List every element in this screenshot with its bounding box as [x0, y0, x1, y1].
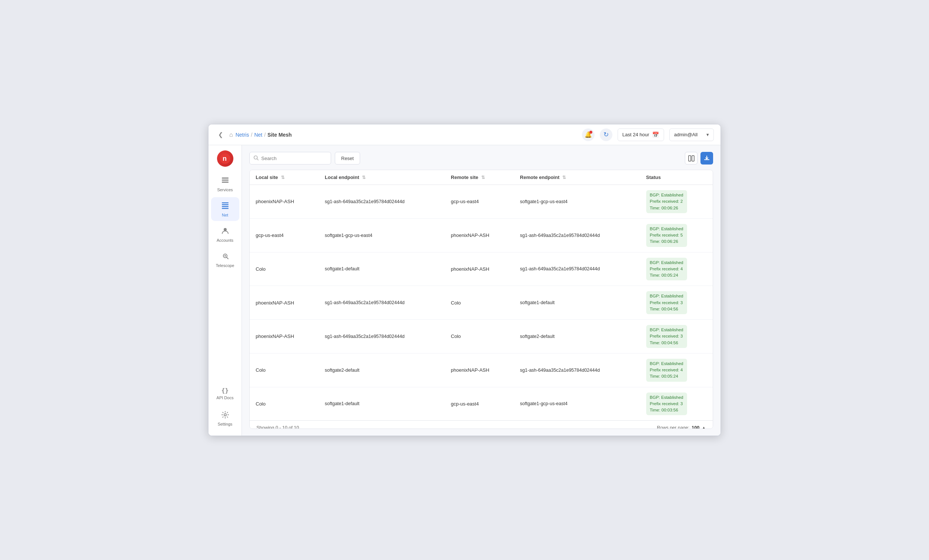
table-header-row: Local site ⇅ Local endpoint ⇅ Remote sit… [250, 170, 713, 185]
cell-remote-endpoint: softgate1-gcp-us-east4 [514, 387, 640, 420]
admin-dropdown[interactable]: admin@All ▾ [669, 129, 714, 141]
svg-line-15 [257, 159, 259, 160]
status-badge: BGP: Established Prefix received: 3 Time… [646, 291, 687, 314]
col-status: Status [640, 170, 713, 185]
col-local-site-label: Local site [256, 174, 278, 180]
svg-rect-2 [222, 177, 228, 179]
col-status-label: Status [646, 174, 661, 180]
time-range-selector[interactable]: Last 24 hour 📅 [618, 129, 664, 141]
sidebar-item-settings-label: Settings [218, 422, 233, 426]
search-input[interactable] [261, 156, 327, 161]
refresh-btn[interactable]: ↻ [600, 129, 612, 141]
svg-rect-5 [222, 202, 228, 203]
sidebar-item-services[interactable]: Services [211, 172, 239, 196]
cell-local-site: Colo [250, 353, 319, 387]
cell-local-site: phoenixNAP-ASH [250, 286, 319, 320]
cell-remote-site: Colo [445, 320, 514, 353]
cell-status: BGP: Established Prefix received: 4 Time… [640, 353, 713, 387]
breadcrumb-sep1: / [251, 132, 252, 138]
cell-remote-endpoint: softgate2-default [514, 320, 640, 353]
sort-icon-local-endpoint: ⇅ [362, 175, 366, 180]
rows-per-page-chevron[interactable]: ▲ [702, 425, 706, 429]
cell-local-endpoint: softgate1-default [319, 252, 445, 286]
table-footer: Showing 0 - 10 of 10 Rows per page: 100 … [250, 420, 713, 429]
content-inner: Reset [242, 145, 721, 436]
content-area: Reset [242, 145, 721, 436]
table-row: phoenixNAP-ASH sg1-ash-649aa35c2a1e95784… [250, 320, 713, 353]
chevron-down-icon: ▾ [707, 132, 709, 138]
cell-status: BGP: Established Prefix received: 4 Time… [640, 252, 713, 286]
column-toggle-btn[interactable] [685, 152, 698, 165]
cell-local-endpoint: sg1-ash-649aa35c2a1e95784d02444d [319, 286, 445, 320]
breadcrumb-net[interactable]: Net [254, 132, 262, 138]
cell-local-site: phoenixNAP-ASH [250, 185, 319, 219]
breadcrumb-netris[interactable]: Netris [236, 132, 249, 138]
sort-icon-remote-site: ⇅ [481, 175, 485, 180]
home-icon: ⌂ [229, 132, 233, 138]
cell-local-site: Colo [250, 252, 319, 286]
col-remote-endpoint[interactable]: Remote endpoint ⇅ [514, 170, 640, 185]
sidebar-item-api-docs[interactable]: {} API Docs [211, 381, 239, 405]
search-box [249, 152, 331, 165]
bell-icon: 🔔 [584, 131, 592, 138]
cell-local-endpoint: softgate1-default [319, 387, 445, 420]
sort-icon-local-site: ⇅ [281, 175, 285, 180]
status-badge: BGP: Established Prefix received: 4 Time… [646, 359, 687, 382]
topbar: ❮ ⌂ Netris / Net / Site Mesh 🔔 ↻ Last 24… [208, 124, 721, 145]
status-badge: BGP: Established Prefix received: 2 Time… [646, 190, 687, 213]
table-row: Colo softgate1-default phoenixNAP-ASH sg… [250, 252, 713, 286]
cell-status: BGP: Established Prefix received: 2 Time… [640, 185, 713, 219]
cell-local-site: phoenixNAP-ASH [250, 320, 319, 353]
svg-rect-6 [222, 204, 228, 205]
rows-per-page-value: 100 [691, 425, 699, 429]
table-row: phoenixNAP-ASH sg1-ash-649aa35c2a1e95784… [250, 185, 713, 219]
sidebar-item-settings[interactable]: Settings [211, 407, 239, 430]
cell-remote-site: phoenixNAP-ASH [445, 252, 514, 286]
showing-label: Showing 0 - 10 of 10 [256, 425, 299, 429]
svg-rect-4 [222, 182, 228, 183]
sidebar-item-telescope-label: Telescope [216, 263, 235, 268]
cell-remote-site: Colo [445, 286, 514, 320]
sidebar-item-net-label: Net [222, 213, 228, 217]
col-local-endpoint[interactable]: Local endpoint ⇅ [319, 170, 445, 185]
cell-remote-endpoint: softgate1-default [514, 286, 640, 320]
cell-status: BGP: Established Prefix received: 5 Time… [640, 218, 713, 252]
sidebar-item-accounts-label: Accounts [217, 238, 233, 242]
sidebar-collapse-btn[interactable]: ❮ [215, 130, 225, 140]
cell-remote-endpoint: sg1-ash-649aa35c2a1e95784d02444d [514, 252, 640, 286]
table-row: Colo softgate1-default gcp-us-east4 soft… [250, 387, 713, 420]
sidebar-item-accounts[interactable]: Accounts [211, 222, 239, 246]
cell-remote-endpoint: sg1-ash-649aa35c2a1e95784d02444d [514, 218, 640, 252]
main-layout: n Services Net Accounts [208, 145, 721, 436]
net-icon [221, 201, 229, 211]
svg-text:n: n [222, 155, 227, 162]
cell-remote-endpoint: softgate1-gcp-us-east4 [514, 185, 640, 219]
breadcrumb-sitemesh: Site Mesh [268, 132, 292, 138]
topbar-right: 🔔 ↻ Last 24 hour 📅 admin@All ▾ [582, 129, 714, 141]
rows-per-page-control: Rows per page: 100 ▲ [657, 425, 706, 429]
reset-button[interactable]: Reset [335, 152, 360, 165]
svg-rect-16 [688, 156, 691, 161]
notifications-bell-btn[interactable]: 🔔 [582, 129, 595, 141]
cell-remote-endpoint: sg1-ash-649aa35c2a1e95784d02444d [514, 353, 640, 387]
rows-per-page-label: Rows per page: [657, 425, 690, 429]
logo-circle: n [217, 150, 233, 167]
status-badge: BGP: Established Prefix received: 3 Time… [646, 393, 687, 416]
svg-rect-17 [692, 156, 694, 161]
sidebar-item-net[interactable]: Net [211, 197, 239, 221]
download-btn[interactable] [701, 152, 713, 165]
sidebar-item-api-docs-label: API Docs [217, 395, 234, 400]
breadcrumb: ⌂ Netris / Net / Site Mesh [229, 132, 292, 138]
svg-rect-3 [222, 179, 228, 181]
col-local-site[interactable]: Local site ⇅ [250, 170, 319, 185]
cell-status: BGP: Established Prefix received: 3 Time… [640, 286, 713, 320]
svg-line-12 [226, 257, 228, 259]
sidebar-bottom: {} API Docs Settings [211, 381, 239, 430]
data-table: Local site ⇅ Local endpoint ⇅ Remote sit… [249, 170, 713, 429]
svg-point-9 [224, 228, 227, 231]
cell-local-endpoint: sg1-ash-649aa35c2a1e95784d02444d [319, 185, 445, 219]
telescope-icon [221, 252, 229, 262]
sidebar-item-telescope[interactable]: Telescope [211, 248, 239, 271]
svg-point-13 [224, 414, 226, 416]
col-remote-site[interactable]: Remote site ⇅ [445, 170, 514, 185]
